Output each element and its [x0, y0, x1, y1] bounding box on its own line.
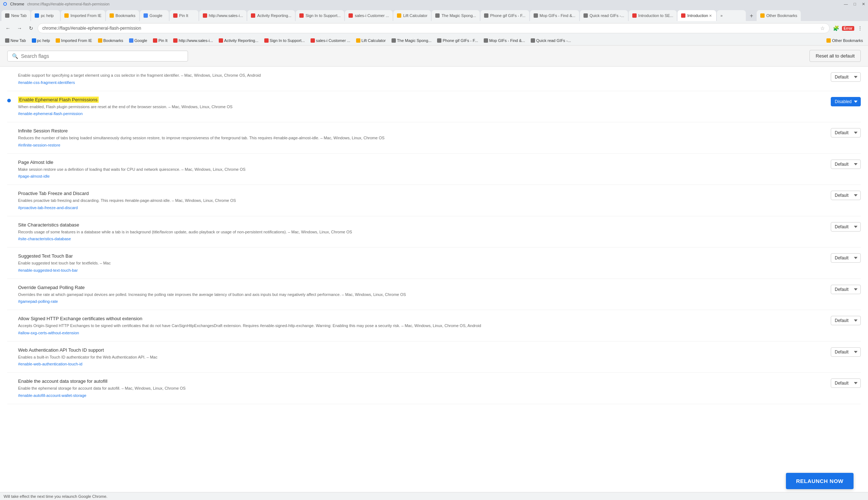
window-close[interactable]: ✕ [862, 2, 865, 7]
bookmark-other-bookmarks[interactable]: Other Bookmarks [824, 38, 865, 43]
tab-activity-reporting[interactable]: Activity Reporting... [247, 10, 295, 21]
tab-bookmarks[interactable]: Bookmarks [106, 10, 139, 21]
flag-info: Web Authentication API Touch ID support … [18, 347, 810, 367]
tab-label: Introduction to SE... [638, 13, 674, 18]
window-maximize[interactable]: □ [854, 2, 856, 6]
imported-ie-icon [64, 13, 69, 18]
window-minimize[interactable]: — [844, 2, 848, 6]
tab-phone-gif[interactable]: Phone gif GIFs - F... [480, 10, 529, 21]
bookmark-magic-icon [392, 38, 396, 43]
tab-label: » [721, 13, 723, 18]
flag-link[interactable]: #enable-web-authentication-touch-id [18, 362, 82, 366]
back-button[interactable]: ← [3, 23, 13, 33]
bookmark-mop-gifs[interactable]: Mop GIFs - Find &... [482, 38, 527, 43]
relaunch-button[interactable]: RELAUNCH NOW [786, 473, 854, 489]
tab-label: Lift Calculator [403, 13, 427, 18]
tab-other-bookmarks[interactable]: Other Bookmarks [757, 10, 801, 21]
flag-link[interactable]: #infinite-session-restore [18, 143, 60, 147]
sales-i-customer-icon [349, 13, 353, 18]
tab-sales-i-customer[interactable]: sales-i Customer ... [345, 10, 393, 21]
flag-select[interactable]: Default Enabled Disabled [831, 128, 861, 137]
bookmark-sign-in[interactable]: Sign In to Support... [262, 38, 307, 43]
flag-select[interactable]: Default Enabled Disabled [831, 347, 861, 357]
reload-button[interactable]: ↻ [26, 23, 36, 33]
bookmark-pin-it[interactable]: Pin It [151, 38, 170, 43]
flag-item-web-auth-touch-id: Web Authentication API Touch ID support … [7, 342, 861, 373]
flag-control: Default Enabled Disabled [817, 253, 861, 263]
bookmark-sales-i-customer-icon [311, 38, 315, 43]
tab-introduction[interactable]: Introduction ✕ [677, 10, 716, 21]
flag-title: Enable Ephemeral Flash Permissions [18, 97, 810, 102]
magic-spong-icon [435, 13, 440, 18]
flag-link[interactable]: #enable-suggested-text-touch-bar [18, 268, 78, 272]
bookmark-new-tab[interactable]: New Tab [3, 38, 28, 43]
flag-info: Enable the account data storage for auto… [18, 378, 810, 398]
flag-select[interactable]: Default Enabled Disabled [831, 222, 861, 232]
flag-link[interactable]: #proactive-tab-freeze-and-discard [18, 205, 78, 210]
bookmark-star-icon[interactable]: ☆ [820, 25, 825, 31]
bookmark-pc-help[interactable]: pc help [30, 38, 52, 43]
tab-pc-help[interactable]: pc help [31, 10, 60, 21]
tab-more[interactable]: » [717, 10, 746, 21]
bookmark-google[interactable]: Google [127, 38, 149, 43]
flag-control: Default Enabled Disabled [817, 347, 861, 357]
tab-magic-spong[interactable]: The Magic Spong... [432, 10, 479, 21]
bookmark-sales-i-customer[interactable]: sales-i Customer ... [308, 38, 352, 43]
tab-sign-in-support[interactable]: Sign In to Support... [296, 10, 344, 21]
flag-link[interactable]: #allow-sxg-certs-without-extension [18, 331, 79, 335]
flag-item-account-data-autofill: Enable the account data storage for auto… [7, 373, 861, 404]
tab-intro-to-se[interactable]: Introduction to SE... [629, 10, 677, 21]
browser-frame: Chrome chrome://flags/#enable-ephemeral-… [0, 0, 868, 500]
flag-link[interactable]: #enable-css-fragment-identifiers [18, 80, 75, 85]
new-tab-button[interactable]: + [747, 11, 757, 21]
google-icon [144, 13, 148, 18]
flag-select[interactable]: Default Enabled Disabled [831, 72, 861, 82]
flag-control: Default Enabled Disabled [817, 285, 861, 294]
bookmark-phone-gif-icon [437, 38, 441, 43]
url-bar[interactable]: chrome://flags/#enable-ephemeral-flash-p… [38, 23, 830, 33]
bookmark-phone-gif[interactable]: Phone gif GIFs - F... [435, 38, 480, 43]
bookmark-lift-calculator[interactable]: Lift Calculator [354, 38, 388, 43]
forward-button[interactable]: → [14, 23, 25, 33]
flag-item-infinite-session: Infinite Session Restore Reduces the num… [7, 122, 861, 154]
flag-link[interactable]: #enable-autofill-account-wallet-storage [18, 393, 86, 398]
tab-imported-from-ie[interactable]: Imported From IE [61, 10, 105, 21]
flag-link[interactable]: #enable-ephemeral-flash-permission [18, 111, 83, 116]
bookmark-label: Google [134, 38, 147, 43]
tab-lift-calculator[interactable]: Lift Calculator [393, 10, 431, 21]
flag-link[interactable]: #page-almost-idle [18, 174, 50, 178]
tab-google[interactable]: Google [140, 10, 169, 21]
bookmark-activity[interactable]: Activity Reporting... [217, 38, 261, 43]
flag-select[interactable]: Default Enabled Disabled [831, 378, 861, 388]
sales-i-icon [203, 13, 207, 18]
flag-select-disabled[interactable]: Default Enabled Disabled [831, 97, 861, 106]
tab-new-tab[interactable]: New Tab [1, 10, 30, 21]
bookmark-quick-read[interactable]: Quick read GIFs -... [529, 38, 573, 43]
tab-sales-i[interactable]: http://www.sales-i... [199, 10, 247, 21]
tab-quick-read-gifs[interactable]: Quick read GIFs -... [580, 10, 628, 21]
flag-control: Default Enabled Disabled [817, 378, 861, 388]
flag-link[interactable]: #gamepad-polling-rate [18, 299, 58, 304]
bookmark-imported-ie[interactable]: Imported From IE [54, 38, 94, 43]
status-bar: Will take effect the next time you relau… [0, 492, 868, 500]
bookmark-bookmarks[interactable]: Bookmarks [96, 38, 125, 43]
bookmark-magic-spong[interactable]: The Magic Spong... [389, 38, 433, 43]
flag-info: Override Gamepad Polling Rate Overrides … [18, 285, 810, 304]
tab-close-btn[interactable]: ✕ [708, 13, 713, 18]
flag-select[interactable]: Default Enabled Disabled [831, 160, 861, 169]
flag-description: Enable the ephemeral storage for account… [18, 385, 810, 391]
flag-select[interactable]: Default Enabled Disabled [831, 253, 861, 263]
bookmark-sales-i[interactable]: http://www.sales-i... [171, 38, 215, 43]
tab-mop-gifs[interactable]: Mop GIFs - Find &... [530, 10, 579, 21]
bookmark-sign-in-icon [264, 38, 269, 43]
tab-pin-it[interactable]: Pin It [170, 10, 198, 21]
flag-select[interactable]: Default Enabled Disabled [831, 285, 861, 294]
flag-link[interactable]: #site-characteristics-database [18, 237, 71, 241]
extensions-button[interactable]: 🧩 [831, 23, 841, 33]
flag-select[interactable]: Default Enabled Disabled [831, 191, 861, 200]
search-input[interactable] [21, 53, 183, 59]
flag-select[interactable]: Default Enabled Disabled [831, 316, 861, 325]
bookmark-label: The Magic Spong... [397, 38, 431, 43]
menu-button[interactable]: ⋮ [855, 23, 865, 33]
reset-all-button[interactable]: Reset all to default [809, 50, 861, 62]
